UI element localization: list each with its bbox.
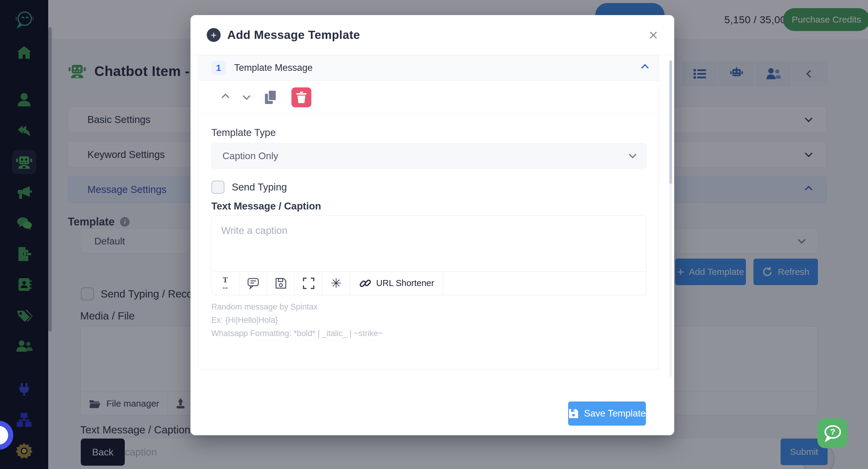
chevron-down-icon: [243, 92, 250, 100]
caption-label: Text Message / Caption: [211, 200, 321, 212]
floppy-icon: [568, 408, 579, 419]
message-toolbar: [198, 81, 658, 114]
help-chat-button[interactable]: ?: [817, 418, 847, 448]
fullscreen-icon: [303, 278, 314, 289]
plus-circle-icon: +: [207, 28, 221, 42]
copy-icon: [265, 91, 276, 104]
fullscreen-button[interactable]: [295, 272, 322, 295]
move-up-button[interactable]: [223, 95, 228, 100]
link-icon: [359, 277, 371, 289]
url-shortener-button[interactable]: URL Shortener: [350, 272, 443, 295]
send-typing-field: Send Typing: [211, 181, 287, 194]
comment-button[interactable]: [239, 272, 267, 295]
app-root: 5,150 / 35,000 Purchase Credits HI: [0, 0, 868, 469]
template-type-select[interactable]: Caption Only: [211, 143, 647, 168]
save-draft-button[interactable]: [267, 272, 295, 295]
duplicate-button[interactable]: [265, 91, 276, 104]
help-bubble-icon: ?: [823, 425, 842, 442]
svg-text:?: ?: [830, 427, 835, 436]
add-message-template-modal: + Add Message Template × 1 Template Mess…: [190, 15, 674, 435]
delete-button[interactable]: [291, 87, 311, 107]
template-type-label: Template Type: [211, 127, 276, 138]
openai-icon: ✳: [331, 277, 342, 290]
save-template-button[interactable]: Save Template: [568, 402, 646, 426]
chevron-up-icon: [641, 64, 649, 71]
caption-editor: T↔ ✳ URL Short: [211, 216, 647, 295]
close-icon[interactable]: ×: [649, 27, 658, 43]
caption-hints: Random message by Spintax Ex: {Hi|Hello|…: [211, 302, 383, 342]
template-message-card: 1 Template Message Template Type Caption…: [198, 55, 659, 370]
spintax-button[interactable]: T↔: [212, 272, 239, 295]
spintax-icon: T↔: [221, 276, 229, 290]
index-badge: 1: [211, 61, 226, 75]
ai-button[interactable]: ✳: [322, 272, 350, 295]
comment-icon: [247, 277, 259, 289]
modal-header: + Add Message Template ×: [190, 15, 674, 55]
floppy-icon: [275, 278, 287, 289]
modal-title: Add Message Template: [227, 28, 642, 41]
modal-scrollbar[interactable]: [670, 60, 672, 377]
trash-icon: [296, 92, 307, 103]
caption-toolbar: T↔ ✳ URL Short: [212, 271, 646, 295]
template-message-header[interactable]: 1 Template Message: [198, 55, 658, 81]
chevron-up-icon: [221, 93, 229, 101]
move-down-button[interactable]: [244, 95, 249, 100]
chevron-down-icon: [629, 151, 636, 158]
caption-textarea[interactable]: [212, 216, 646, 272]
send-typing-checkbox[interactable]: [211, 181, 224, 194]
